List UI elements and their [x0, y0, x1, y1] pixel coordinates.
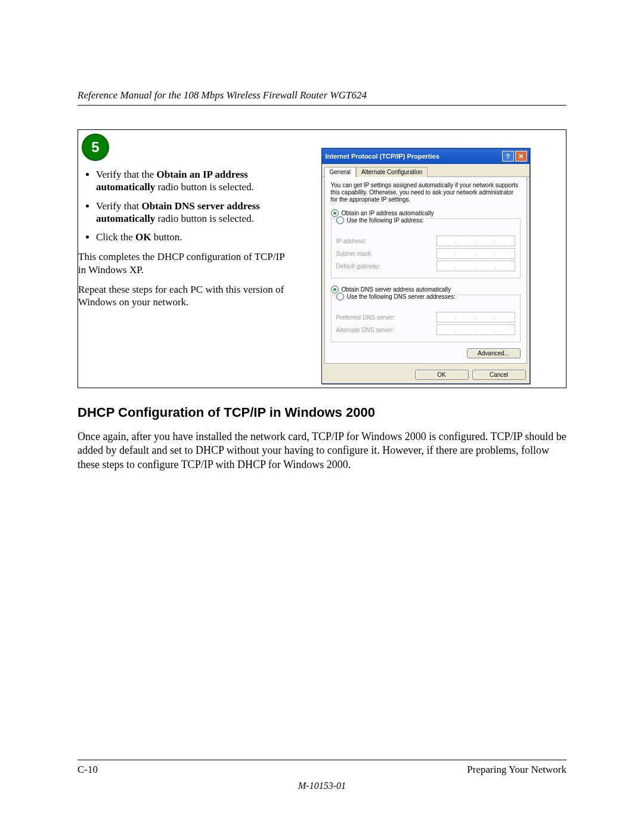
field-default-gateway: Default gateway: ... — [336, 261, 515, 271]
tab-general[interactable]: General — [324, 167, 357, 177]
screenshot-container: Internet Protocol (TCP/IP) Properties ? … — [285, 130, 566, 388]
bullet-verify-dns: Verify that Obtain DNS server address au… — [96, 200, 285, 225]
header-rule — [78, 105, 566, 106]
advanced-button[interactable]: Advanced... — [467, 348, 521, 358]
tab-alternate-config[interactable]: Alternate Configuration — [356, 167, 428, 177]
preferred-dns-input[interactable]: ... — [436, 312, 515, 323]
field-preferred-dns: Preferred DNS server: ... — [336, 312, 515, 323]
default-gateway-input[interactable]: ... — [436, 261, 515, 271]
footer-rule — [78, 760, 566, 760]
ok-button[interactable]: OK — [415, 370, 469, 380]
tcpip-properties-dialog: Internet Protocol (TCP/IP) Properties ? … — [321, 148, 530, 384]
cancel-button[interactable]: Cancel — [472, 370, 526, 380]
doc-code: M-10153-01 — [78, 781, 566, 791]
manual-title: Reference Manual for the 108 Mbps Wirele… — [78, 89, 566, 101]
step-para-repeat: Repeat these steps for each PC with this… — [78, 283, 285, 309]
step-number-badge: 5 — [82, 134, 109, 161]
field-alternate-dns: Alternate DNS server: ... — [336, 324, 515, 335]
manual-dns-group: Use the following DNS server addresses: … — [331, 295, 521, 342]
field-ip-address: IP address: ... — [336, 236, 515, 246]
alternate-dns-input[interactable]: ... — [436, 324, 515, 335]
field-subnet-mask: Subnet mask: ... — [336, 248, 515, 259]
radio-icon — [336, 216, 344, 224]
tab-strip: General Alternate Configuration — [322, 164, 530, 177]
help-button[interactable]: ? — [502, 151, 514, 162]
bullet-verify-ip: Verify that the Obtain an IP address aut… — [96, 168, 285, 194]
dialog-titlebar: Internet Protocol (TCP/IP) Properties ? … — [322, 148, 530, 164]
radio-icon — [336, 293, 344, 301]
dialog-description: You can get IP settings assigned automat… — [331, 182, 521, 203]
ip-address-input[interactable]: ... — [436, 236, 515, 246]
page-footer: C-10 Preparing Your Network M-10153-01 — [78, 760, 566, 791]
page-number: C-10 — [78, 764, 98, 776]
section-body: Once again, after you have installed the… — [78, 430, 566, 472]
step-5-container: 5 Verify that the Obtain an IP address a… — [78, 129, 566, 388]
manual-ip-group: Use the following IP address: IP address… — [331, 218, 521, 278]
section-name: Preparing Your Network — [467, 764, 566, 776]
section-heading: DHCP Configuration of TCP/IP in Windows … — [78, 405, 566, 420]
bullet-click-ok: Click the OK button. — [96, 231, 285, 243]
radio-use-following-ip[interactable]: Use the following IP address: — [336, 216, 426, 224]
step-para-complete: This completes the DHCP configuration of… — [78, 250, 285, 276]
dialog-title: Internet Protocol (TCP/IP) Properties — [326, 153, 439, 160]
tab-body: You can get IP settings assigned automat… — [324, 177, 527, 364]
close-button[interactable]: ✕ — [515, 151, 527, 162]
subnet-mask-input[interactable]: ... — [436, 248, 515, 259]
radio-use-following-dns[interactable]: Use the following DNS server addresses: — [336, 293, 458, 301]
step-instructions: 5 Verify that the Obtain an IP address a… — [78, 130, 285, 388]
